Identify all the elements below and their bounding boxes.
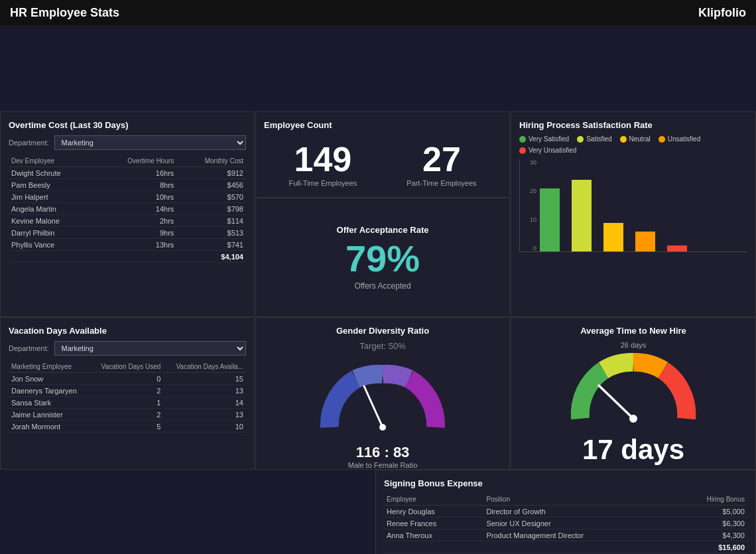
overtime-col-employee: Dev Employee [9,155,95,167]
gender-target: Target: 50% [359,341,405,351]
vac-name: Daenerys Targaryen [9,385,90,397]
sign-bonus: $6,300 [669,518,747,529]
signing-row: Anna TherouxProduct Management Director$… [384,529,747,541]
bar [603,223,623,251]
bar-group [635,232,655,251]
svg-point-1 [379,424,386,431]
vac-used: 1 [90,397,164,409]
ot-cost: $798 [176,203,246,215]
offer-pct: 79% [346,240,420,277]
ot-name: Dwight Schrute [9,167,95,179]
sign-pos: Director of Growth [483,506,669,518]
vac-used: 2 [90,385,164,397]
bar [572,180,592,251]
sign-name: Anna Theroux [384,529,483,541]
overtime-row: Jim Halpert10hrs$570 [9,191,246,203]
signing-row: Renee FrancesSenior UX Designer$6,300 [384,518,747,529]
overtime-dept-select[interactable]: Marketing Sales Development [54,135,246,150]
vac-avail: 10 [163,421,246,433]
gender-title: Gender Diversity Ratio [336,326,429,336]
legend-item: Very Unsatisfied [519,147,576,154]
vacation-dept-label: Department: [9,344,49,352]
vac-col-used: Vacation Days Used [90,361,164,373]
employee-count-title: Employee Count [264,120,501,130]
vac-name: Jon Snow [9,373,90,385]
avg-time-title: Average Time to New Hire [580,326,686,336]
ot-hours: 8hrs [95,179,176,191]
full-time-item: 149 Full-Time Employees [288,142,357,187]
vac-used: 2 [90,409,164,421]
part-time-number: 27 [407,142,476,176]
vac-avail: 13 [163,385,246,397]
satisfaction-legend: Very SatisfiedSatisfiedNeutralUnsatisfie… [519,135,747,154]
vacation-dept-select[interactable]: Marketing Sales Development [54,341,246,356]
ot-cost: $912 [176,167,246,179]
overtime-row: Angela Martin14hrs$798 [9,203,246,215]
gender-gauge [316,361,449,434]
ot-cost: $570 [176,191,246,203]
overtime-dept-row: Department: Marketing Sales Development [9,135,246,150]
logo: Klipfolio [698,6,746,20]
y-label: 0 [520,245,536,251]
signing-col-employee: Employee [384,494,483,506]
part-time-label: Part-Time Employees [407,179,476,187]
vacation-row: Daenerys Targaryen213 [9,385,246,397]
vacation-title: Vacation Days Available [9,326,246,336]
vac-col-avail: Vacation Days Availa... [163,361,246,373]
overtime-total: $4,104 [176,251,246,263]
overtime-panel: Overtime Cost (Last 30 Days) Department:… [0,111,255,317]
overtime-title: Overtime Cost (Last 30 Days) [9,120,246,130]
overtime-dept-label: Department: [9,139,49,147]
sign-pos: Senior UX Designer [483,518,669,529]
emp-counts: 149 Full-Time Employees 27 Part-Time Emp… [264,135,501,194]
gender-ratio-label: Male to Female Ratio [348,461,418,469]
full-time-number: 149 [288,142,357,176]
y-label: 30 [520,159,536,166]
sign-name: Henry Douglas [384,506,483,518]
vac-name: Jorah Mormont [9,421,90,433]
offer-title: Offer Acceptance Rate [337,225,429,235]
svg-line-0 [364,386,383,427]
bar [540,188,560,251]
vac-used: 0 [90,373,164,385]
target-days: 26 days [621,341,647,349]
offer-sub: Offers Accepted [354,281,410,291]
vacation-row: Jorah Mormont510 [9,421,246,433]
employee-count-panel: Employee Count 149 Full-Time Employees 2… [255,111,510,198]
overtime-col-cost: Monthly Cost [176,155,246,167]
bar [667,245,687,251]
signing-col-position: Position [483,494,669,506]
bar-group [540,188,560,251]
vacation-table: Marketing Employee Vacation Days Used Va… [9,361,246,433]
ot-cost: $513 [176,227,246,239]
vac-avail: 15 [163,373,246,385]
vacation-row: Sansa Stark114 [9,397,246,409]
legend-item: Neutral [620,135,651,143]
overtime-row: Pam Beesly8hrs$456 [9,179,246,191]
bar [635,232,655,251]
legend-item: Very Satisfied [519,135,569,143]
overtime-row: Phyllis Vance13hrs$741 [9,239,246,251]
ot-hours: 2hrs [95,215,176,227]
sign-bonus: $5,000 [669,506,747,518]
ot-name: Jim Halpert [9,191,95,203]
vac-name: Sansa Stark [9,397,90,409]
gender-ratio: 116 : 83 [356,444,410,461]
part-time-item: 27 Part-Time Employees [407,142,476,187]
vacation-row: Jon Snow015 [9,373,246,385]
offer-panel: Offer Acceptance Rate 79% Offers Accepte… [255,198,510,317]
sign-bonus: $4,300 [669,529,747,541]
overtime-col-hours: Overtime Hours [95,155,176,167]
bar-group [667,245,687,251]
signing-row: Henry DouglasDirector of Growth$5,000 [384,506,747,518]
legend-item: Satisfied [577,135,611,143]
signing-table: Employee Position Hiring Bonus Henry Dou… [384,494,747,553]
sign-pos: Product Management Director [483,529,669,541]
ot-name: Kevine Malone [9,215,95,227]
gender-panel: Gender Diversity Ratio Target: 50% 116 :… [255,317,510,470]
y-axis: 0102030 [520,159,536,251]
ot-hours: 14hrs [95,203,176,215]
vacation-panel: Vacation Days Available Department: Mark… [0,317,255,470]
overtime-row: Dwight Schrute16hrs$912 [9,167,246,179]
overtime-row: Kevine Malone2hrs$114 [9,215,246,227]
